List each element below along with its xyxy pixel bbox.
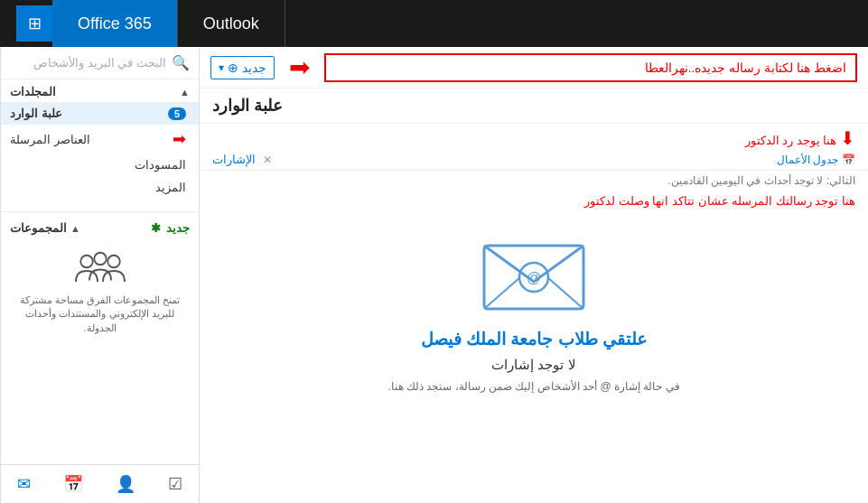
inbox-badge: 5 — [168, 107, 186, 120]
sent-arrow-icon: ➡ — [173, 129, 186, 149]
plus-icon: ⊕ — [228, 61, 238, 75]
office365-label: Office 365 — [78, 14, 152, 33]
folders-section-title[interactable]: ▲ المجلدات — [1, 79, 199, 102]
outlook-label: Outlook — [203, 14, 259, 33]
grid-icon: ⊞ — [28, 14, 42, 33]
calendar-icon[interactable]: 📅 — [56, 470, 90, 498]
drafts-label: المسودات — [135, 158, 186, 172]
no-events-message: التالي: لا توجد أحداث في اليومين القادمي… — [200, 171, 868, 191]
topbar-nav: Outlook Office 365 ⊞ — [9, 0, 285, 47]
svg-point-1 — [94, 253, 107, 265]
no-mentions-label: لا توجد إشارات — [491, 357, 575, 373]
new-message-button[interactable]: جديد ⊕ ▾ — [210, 56, 275, 79]
schedule-label: جدول الأعمال — [777, 154, 838, 166]
svg-point-0 — [80, 256, 93, 268]
compose-box[interactable]: اضغط هنا لكتابة رساله جديده..نهرالعطا — [324, 53, 857, 82]
new-btn-label: جديد — [242, 61, 266, 75]
sidebar-divider — [1, 211, 199, 212]
calendar-small-icon: 📅 — [842, 154, 855, 166]
schedule-link[interactable]: 📅 جدول الأعمال — [777, 154, 855, 166]
main-container: 🔍 البحث في البريد والأشخاص ▲ المجلدات 5 … — [0, 47, 868, 503]
dropdown-arrow-icon: ▾ — [219, 61, 224, 74]
doctor-reply-text: هنا يوجد رد الدكتور — [745, 134, 837, 147]
svg-point-2 — [107, 256, 120, 268]
flags-bar-right: ✕ الإشارات — [212, 153, 272, 166]
flags-bar: 📅 جدول الأعمال ✕ الإشارات — [200, 149, 868, 171]
sidebar-item-drafts[interactable]: المسودات — [1, 154, 199, 176]
sidebar-item-sent[interactable]: ➡ العناصر المرسلة — [1, 125, 199, 154]
groups-section-title[interactable]: جديد ✱ ▲ المجموعات — [1, 216, 199, 238]
flags-close-icon[interactable]: ✕ — [263, 154, 272, 166]
sidebar-item-inbox[interactable]: 5 علبة الوارد — [1, 102, 199, 125]
content-area: @ علتقي طلاب جامعة الملك فيصل لا توجد إش… — [200, 210, 868, 503]
sent-label: العناصر المرسلة — [10, 133, 90, 146]
doctor-reply-annotation: ⬇ هنا يوجد رد الدكتور — [200, 124, 868, 149]
compose-text: اضغط هنا لكتابة رساله جديده..نهرالعطا — [645, 61, 846, 75]
topbar: Outlook Office 365 ⊞ — [0, 0, 868, 47]
sent-annotation-text: هنا توجد رسالتك المرسله عشان تتاكد انها … — [584, 194, 855, 208]
doctor-down-arrow-icon: ⬇ — [840, 127, 855, 149]
sidebar-bottom-toolbar: ☑ 👤 📅 ✉ — [1, 464, 199, 503]
search-icon: 🔍 — [172, 54, 190, 71]
search-bar[interactable]: 🔍 البحث في البريد والأشخاص — [1, 47, 199, 79]
topbar-office365[interactable]: Office 365 — [52, 0, 178, 47]
inbox-title: علبة الوارد — [212, 96, 283, 116]
people-icon[interactable]: 👤 — [108, 470, 143, 498]
email-illustration: @ — [475, 228, 593, 318]
more-label: المزيد — [155, 181, 186, 194]
folders-chevron-icon: ▲ — [180, 87, 190, 98]
toolbar: اضغط هنا لكتابة رساله جديده..نهرالعطا ➡ … — [200, 47, 868, 88]
search-placeholder: البحث في البريد والأشخاص — [10, 56, 166, 70]
compose-arrow-icon: ➡ — [289, 52, 310, 82]
inbox-label: علبة الوارد — [10, 107, 62, 120]
university-title: علتقي طلاب جامعة الملك فيصل — [421, 329, 647, 349]
topbar-outlook[interactable]: Outlook — [178, 0, 285, 47]
flags-title: الإشارات — [212, 153, 256, 166]
sidebar: 🔍 البحث في البريد والأشخاص ▲ المجلدات 5 … — [0, 47, 199, 503]
groups-illustration — [73, 249, 127, 290]
svg-line-4 — [484, 277, 520, 309]
svg-text:@: @ — [527, 270, 541, 285]
no-events-text: التالي: لا توجد أحداث في اليومين القادمي… — [667, 174, 855, 187]
new-group-label: جديد — [166, 221, 190, 235]
mail-icon[interactable]: ✉ — [10, 470, 38, 498]
sent-annotation: هنا توجد رسالتك المرسله عشان تتاكد انها … — [200, 191, 868, 210]
grid-apps-button[interactable]: ⊞ — [16, 5, 52, 42]
groups-label: المجموعات — [10, 221, 67, 235]
sidebar-item-more[interactable]: المزيد — [1, 176, 199, 199]
groups-icon-area — [1, 238, 199, 293]
new-group-star-icon: ✱ — [151, 221, 161, 235]
folders-label: المجلدات — [10, 85, 56, 98]
tasks-icon[interactable]: ☑ — [161, 470, 190, 498]
mention-description: في حالة إشارة @ أحد الأشخاص إليك ضمن رسا… — [387, 378, 679, 396]
sidebar-item-nahar[interactable] — [1, 199, 199, 208]
groups-chevron-icon: ▲ — [70, 223, 80, 234]
groups-description: تمنح المجموعات الفرق مساحة مشتركة للبريد… — [1, 293, 199, 342]
inbox-header: علبة الوارد — [200, 88, 868, 124]
svg-line-5 — [547, 277, 583, 309]
center-panel: اضغط هنا لكتابة رساله جديده..نهرالعطا ➡ … — [199, 47, 868, 503]
